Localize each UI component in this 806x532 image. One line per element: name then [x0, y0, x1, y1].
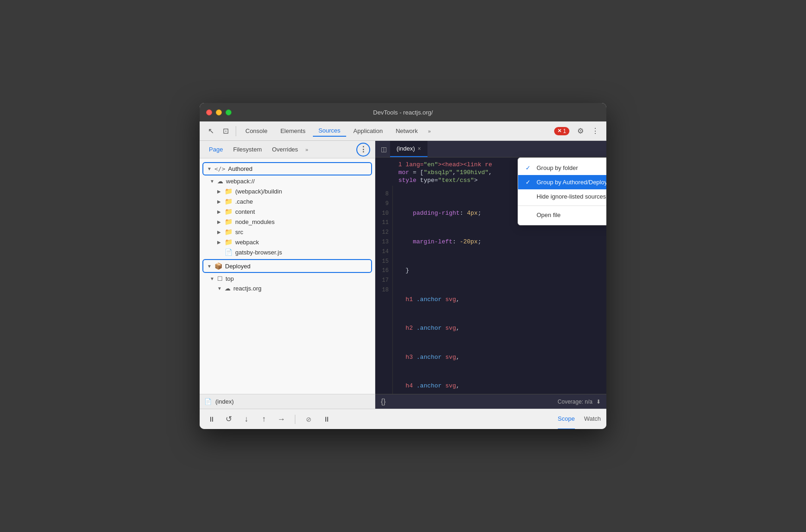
minimize-button[interactable] — [216, 109, 222, 115]
buildin-folder-icon: 📁 — [225, 187, 232, 195]
deployed-section-header[interactable]: ▼ 📦 Deployed — [202, 259, 372, 273]
node-modules-item[interactable]: ▶ 📁 node_modules — [200, 217, 375, 227]
maximize-button[interactable] — [226, 109, 232, 115]
settings-button[interactable]: ⚙ — [574, 125, 587, 138]
gatsby-item[interactable]: ▶ 📄 gatsby-browser.js — [200, 247, 375, 257]
src-item[interactable]: ▶ 📁 src — [200, 227, 375, 237]
sidebar-toggle-button[interactable]: ◫ — [377, 143, 390, 156]
coverage-display: Coverage: n/a ⬇ — [558, 399, 601, 405]
dropdown-item-hide-ignore[interactable]: Hide ignore-listed sources 🧪 — [518, 189, 606, 204]
tab-application[interactable]: Application — [348, 126, 389, 136]
dropdown-item-open-file[interactable]: Open file ⌘ P — [518, 208, 606, 222]
more-tabs-chevron[interactable]: » — [425, 127, 434, 136]
error-count: 1 — [563, 128, 566, 134]
authored-label: Authored — [228, 165, 252, 172]
pause-resume-button[interactable]: ⏸ — [205, 413, 217, 425]
error-x-icon: ✕ — [557, 128, 562, 134]
group-authored-check-icon: ✓ — [525, 179, 533, 186]
coverage-label: Coverage: n/a — [558, 399, 592, 405]
deployed-label: Deployed — [225, 263, 250, 270]
context-menu: ✓ Group by folder ✓ Group by Authored/De… — [518, 157, 606, 225]
right-panel: ◫ (index) × l lang="en"><head><link re m… — [375, 141, 606, 409]
line-num-16: 16 — [375, 266, 392, 276]
src-chevron-icon: ▶ — [217, 230, 222, 235]
src-label: src — [235, 229, 243, 236]
webpack-folder-chevron-icon: ▶ — [217, 240, 222, 245]
code-tab-filename: (index) — [397, 145, 415, 152]
code-line-14: h4 .anchor svg, — [398, 381, 601, 391]
line-num-11: 11 — [375, 218, 392, 228]
code-line-13: h3 .anchor svg, — [398, 353, 601, 363]
debug-divider — [295, 415, 295, 424]
webpack-folder-item[interactable]: ▶ 📁 webpack — [200, 237, 375, 247]
three-dots-menu-button[interactable]: ⋮ — [356, 143, 370, 157]
status-bar: 📄 (index) — [200, 394, 375, 409]
reactjs-cloud-icon: ☁ — [225, 285, 231, 292]
dropdown-item-group-authored[interactable]: ✓ Group by Authored/Deployed 🧪 — [518, 175, 606, 189]
error-badge: ✕ 1 — [554, 127, 569, 135]
tab-elements[interactable]: Elements — [275, 126, 311, 136]
authored-code-icon: </> — [214, 165, 225, 172]
scope-tab[interactable]: Scope — [558, 409, 575, 429]
watch-tab[interactable]: Watch — [584, 409, 601, 429]
download-coverage-button[interactable]: ⬇ — [596, 399, 601, 405]
file-icon: 📄 — [204, 398, 212, 405]
file-tree: ▼ </> Authored ▼ ☁ webpack:// ▶ 📁 (webpa… — [200, 158, 375, 394]
webpack-folder-icon: 📁 — [225, 238, 232, 246]
sub-more-chevron[interactable]: » — [305, 147, 308, 152]
line-num-17: 17 — [375, 276, 392, 285]
cache-chevron-icon: ▶ — [217, 199, 222, 204]
sub-tab-page[interactable]: Page — [204, 144, 227, 155]
tab-console[interactable]: Console — [240, 126, 273, 136]
node-modules-label: node_modules — [235, 218, 275, 225]
hide-ignore-label: Hide ignore-listed sources — [537, 193, 606, 200]
top-item[interactable]: ▼ ☐ top — [200, 274, 375, 284]
reactjs-item[interactable]: ▼ ☁ reactjs.org — [200, 284, 375, 293]
main-content: Page Filesystem Overrides » ⋮ ▼ </> Auth… — [200, 141, 606, 409]
layers-icon: ⊡ — [223, 127, 229, 135]
webpack-buildin-item[interactable]: ▶ 📁 (webpack)/buildin — [200, 186, 375, 196]
content-item[interactable]: ▶ 📁 content — [200, 206, 375, 217]
group-folder-label: Group by folder — [537, 164, 578, 171]
line-num-18: 18 — [375, 285, 392, 295]
cursor-icon: ↖ — [208, 127, 214, 135]
step-continue-button[interactable]: → — [275, 413, 287, 425]
traffic-lights — [206, 109, 232, 115]
cache-item[interactable]: ▶ 📁 .cache — [200, 196, 375, 206]
buildin-chevron-icon: ▶ — [217, 189, 222, 194]
sub-tab-overrides[interactable]: Overrides — [268, 144, 303, 155]
status-filename: (index) — [215, 398, 234, 405]
code-tab-close-button[interactable]: × — [418, 145, 421, 152]
src-folder-icon: 📁 — [225, 228, 232, 236]
tab-sources[interactable]: Sources — [313, 125, 346, 137]
more-options-button[interactable]: ⋮ — [589, 125, 602, 138]
step-into-button[interactable]: ↓ — [240, 413, 252, 425]
dots-icon: ⋮ — [592, 127, 599, 135]
gatsby-file-icon: 📄 — [225, 248, 232, 256]
cache-folder-icon: 📁 — [225, 198, 232, 205]
top-window-icon: ☐ — [217, 275, 223, 282]
webpack-item[interactable]: ▼ ☁ webpack:// — [200, 176, 375, 186]
pretty-print-button[interactable]: {} — [381, 398, 386, 406]
pause-on-exceptions-button[interactable]: ⏸ — [320, 413, 332, 425]
tab-network[interactable]: Network — [390, 126, 423, 136]
sub-tab-filesystem[interactable]: Filesystem — [228, 144, 266, 155]
cursor-tool-button[interactable]: ↖ — [204, 125, 217, 138]
webpack-cloud-icon: ☁ — [217, 178, 223, 185]
step-over-button[interactable]: ↺ — [223, 413, 235, 425]
close-button[interactable] — [206, 109, 212, 115]
code-line-9: margin-left: -20px; — [398, 237, 601, 247]
authored-section-header[interactable]: ▼ </> Authored — [202, 162, 372, 175]
sub-toolbar: Page Filesystem Overrides » ⋮ — [200, 141, 375, 158]
code-tab-index[interactable]: (index) × — [390, 141, 427, 157]
step-out-button[interactable]: ↑ — [258, 413, 270, 425]
layers-button[interactable]: ⊡ — [219, 125, 232, 138]
deployed-chevron-icon: ▼ — [207, 264, 212, 269]
main-toolbar: ↖ ⊡ Console Elements Sources Application… — [200, 121, 606, 141]
authored-chevron-icon: ▼ — [207, 166, 212, 171]
title-bar: DevTools - reactjs.org/ — [200, 103, 606, 121]
debugger-bar: ⏸ ↺ ↓ ↑ → ⊘ ⏸ Scope Watch — [200, 409, 606, 429]
code-line-10: } — [398, 266, 601, 276]
deactivate-breakpoints-button[interactable]: ⊘ — [303, 413, 315, 425]
dropdown-item-group-folder[interactable]: ✓ Group by folder — [518, 161, 606, 175]
